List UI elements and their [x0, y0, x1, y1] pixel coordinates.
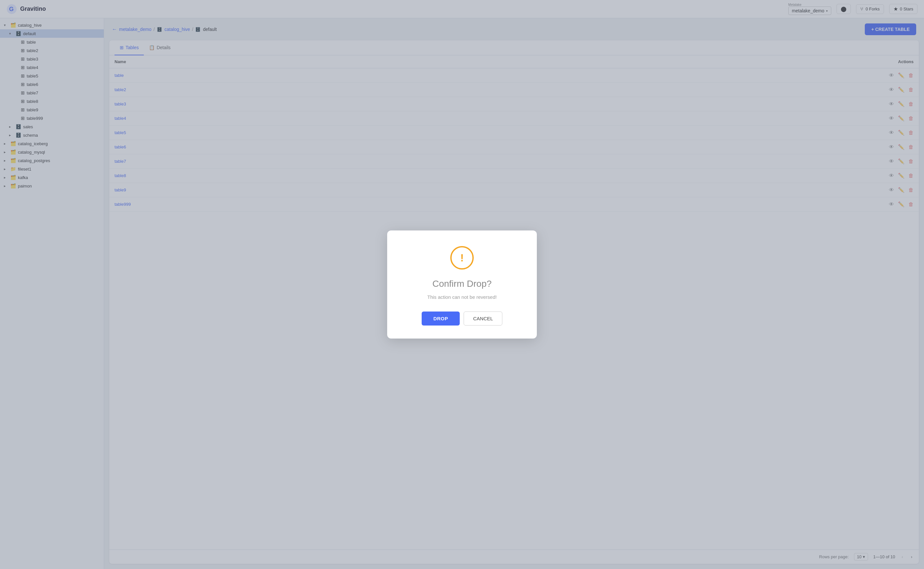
drop-button[interactable]: DROP — [422, 312, 460, 326]
modal-title: Confirm Drop? — [400, 278, 524, 289]
confirm-drop-modal: ! Confirm Drop? This action can not be r… — [387, 230, 537, 339]
warning-icon: ! — [450, 246, 474, 269]
modal-overlay: ! Confirm Drop? This action can not be r… — [0, 0, 924, 569]
cancel-button[interactable]: CANCEL — [464, 312, 502, 326]
exclamation-mark: ! — [460, 252, 464, 264]
modal-buttons: DROP CANCEL — [400, 312, 524, 326]
modal-subtitle: This action can not be reversed! — [400, 294, 524, 300]
